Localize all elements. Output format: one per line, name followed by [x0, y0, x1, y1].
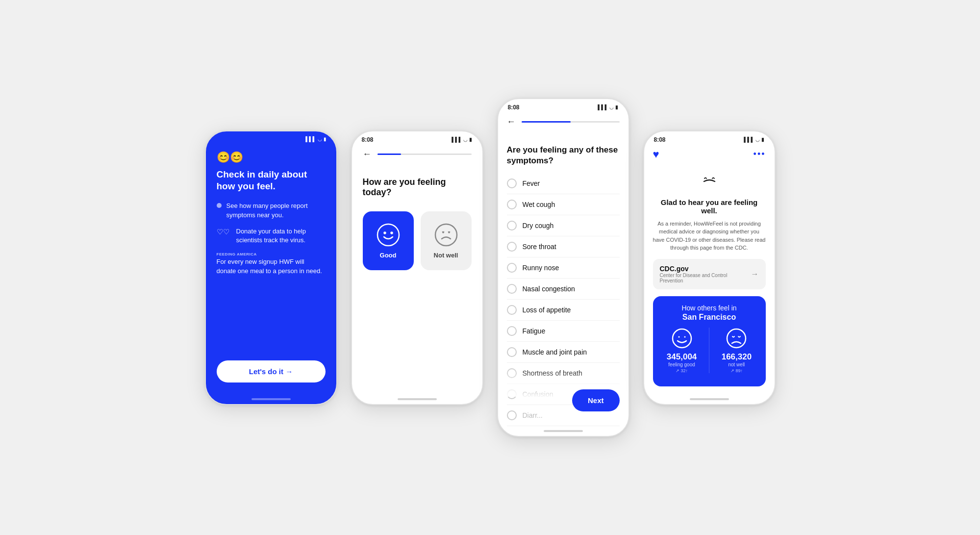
svg-point-0 [377, 224, 399, 246]
symptom-label-confusion: Confusion [523, 390, 553, 398]
symptom-wetcough[interactable]: Wet cough [507, 194, 620, 215]
stat-sad-face-icon [726, 328, 747, 349]
cdc-arrow-icon: → [751, 270, 759, 279]
symptom-label-fever: Fever [523, 179, 540, 187]
next-button[interactable]: Next [572, 389, 620, 411]
heart-filled-icon: ♥ [653, 148, 659, 161]
symptom-lossofappetite[interactable]: Loss of appetite [507, 300, 620, 321]
more-options-icon[interactable]: ••• [754, 149, 766, 159]
battery-icon-3: ▮ [615, 104, 618, 110]
stat-notwell-number: 166,320 [722, 352, 752, 362]
happy-face-icon [376, 222, 401, 248]
symptom-label-fatigue: Fatigue [523, 327, 546, 335]
symptom-radio-fatigue[interactable] [507, 326, 517, 336]
symptom-label-nasalcongestion: Nasal congestion [523, 285, 575, 293]
symptom-label-runnynose: Runny nose [523, 264, 559, 272]
symptom-sorethroat[interactable]: Sore throat [507, 236, 620, 257]
battery-icon: ▮ [324, 136, 327, 142]
section-donate: ♡♡ Donate your data to help scientists t… [217, 227, 326, 246]
section-map-text: See how many people report symptoms near… [226, 202, 326, 220]
symptom-radio-musclejoint[interactable] [507, 347, 517, 357]
wifi-icon-2: ◡ [463, 137, 468, 142]
back-button-2[interactable]: ← [363, 149, 372, 159]
glad-message: Glad to hear you are feeling well. [653, 198, 766, 215]
symptom-nasalcongestion[interactable]: Nasal congestion [507, 279, 620, 300]
symptom-radio-lossofappetite[interactable] [507, 305, 517, 315]
symptom-fatigue[interactable]: Fatigue [507, 321, 620, 342]
community-title: How others feel in [661, 304, 758, 312]
symptom-label-lossofappetite: Loss of appetite [523, 306, 571, 314]
community-city: San Francisco [661, 313, 758, 322]
scene: 8:08 ▌▌▌ ◡ ▮ 😊😊 Check in daily about how… [185, 78, 795, 457]
symptom-musclejoint[interactable]: Muscle and joint pain [507, 342, 620, 363]
symptom-label-sorethroat: Sore throat [523, 243, 556, 251]
status-bar-4: 8:08 ▌▌▌ ◡ ▮ [644, 131, 775, 145]
stat-notwell-label: not well [722, 362, 752, 367]
symptom-radio-shortness[interactable] [507, 368, 517, 378]
stat-good-number: 345,004 [667, 352, 697, 362]
mood-notwell-card[interactable]: Not well [421, 211, 472, 270]
heart-outline-icon: ♡♡ [217, 228, 229, 236]
stat-good: 345,004 feeling good ↗ 32↑ [667, 328, 697, 373]
symptom-drycough[interactable]: Dry cough [507, 215, 620, 236]
app-logo: 😊😊 [217, 151, 326, 164]
svg-point-6 [684, 336, 685, 337]
lets-do-it-button[interactable]: Let's do it → [217, 360, 326, 382]
symptom-label-diarr: Diarr... [523, 411, 543, 419]
community-card: How others feel in San Francisco 345,004 [653, 296, 766, 386]
ok-face-icon [697, 169, 722, 193]
symptom-radio-nasalcongestion[interactable] [507, 284, 517, 294]
back-button-3[interactable]: ← [507, 117, 516, 127]
stat-good-trend: ↗ 32↑ [667, 368, 697, 373]
home-indicator-3 [498, 426, 628, 436]
svg-point-5 [678, 336, 679, 337]
progress-bar-3 [522, 121, 620, 123]
svg-point-3 [435, 224, 457, 246]
symptom-label-musclejoint: Muscle and joint pain [523, 348, 587, 356]
home-indicator-2 [352, 394, 482, 404]
bullet-dot-1 [217, 203, 222, 208]
symptom-radio-diarr[interactable] [507, 410, 517, 420]
battery-icon-4: ▮ [761, 137, 764, 142]
svg-point-1 [384, 232, 385, 234]
mood-options: Good Not well [363, 211, 472, 270]
cdc-name: CDC.gov [660, 265, 751, 273]
symptom-list: Fever Wet cough Dry cough Sore throat [507, 173, 620, 426]
community-stats: 345,004 feeling good ↗ 32↑ [661, 328, 758, 373]
symptom-radio-sorethroat[interactable] [507, 242, 517, 252]
svg-point-7 [727, 329, 746, 348]
screen1-headline: Check in daily about how you feel. [217, 169, 326, 193]
symptom-radio-wetcough[interactable] [507, 200, 517, 209]
symptom-label-shortness: Shortness of breath [523, 369, 582, 377]
progress-bar-2 [377, 153, 472, 155]
signal-icon-3: ▌▌▌ [598, 104, 608, 110]
phone-1: 8:08 ▌▌▌ ◡ ▮ 😊😊 Check in daily about how… [205, 130, 337, 405]
home-indicator-4 [644, 394, 775, 404]
status-bar-2: 8:08 ▌▌▌ ◡ ▮ [352, 131, 482, 145]
symptom-fever[interactable]: Fever [507, 173, 620, 194]
stat-notwell: 166,320 not well ↗ 89↑ [722, 328, 752, 373]
home-indicator-1 [206, 394, 336, 404]
stat-good-label: feeling good [667, 362, 697, 367]
section-feeding: FEEDING AMERICA For every new signup HWF… [217, 252, 326, 276]
section-map: See how many people report symptoms near… [217, 202, 326, 220]
symptom-runnynose[interactable]: Runny nose [507, 257, 620, 279]
stat-notwell-trend: ↗ 89↑ [722, 368, 752, 373]
cdc-card[interactable]: CDC.gov Center for Disease and Control P… [653, 259, 766, 289]
phone-4: 8:08 ▌▌▌ ◡ ▮ ♥ ••• Glad to hear [643, 130, 776, 405]
symptom-radio-drycough[interactable] [507, 221, 517, 230]
screen3-question: Are you feeling any of these symptoms? [507, 145, 620, 166]
phone-2: 8:08 ▌▌▌ ◡ ▮ ← How are you feeling today… [351, 130, 483, 405]
symptom-radio-confusion[interactable] [507, 389, 517, 399]
symptom-radio-fever[interactable] [507, 178, 517, 188]
feeding-badge: FEEDING AMERICA [217, 252, 326, 256]
mood-notwell-label: Not well [434, 252, 458, 259]
symptom-shortness[interactable]: Shortness of breath [507, 363, 620, 384]
signal-icon-2: ▌▌▌ [452, 137, 462, 142]
mood-good-card[interactable]: Good [363, 211, 414, 270]
symptom-radio-runnynose[interactable] [507, 263, 517, 273]
stat-divider [709, 328, 709, 373]
sad-face-icon [433, 222, 459, 248]
status-bar-3: 8:08 ▌▌▌ ◡ ▮ [498, 99, 628, 113]
time-display-3: 8:08 [508, 104, 520, 111]
